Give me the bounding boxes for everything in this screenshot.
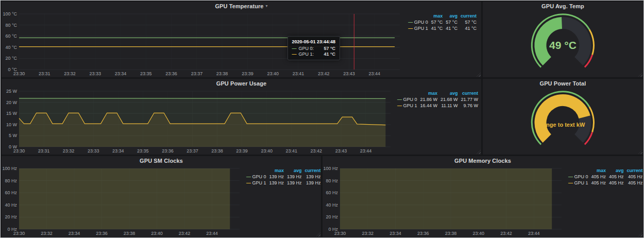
- series-color-dash: —: [397, 103, 402, 108]
- legend-table: maxavgcurrent— GPU 021.86 W21.68 W21.77 …: [396, 90, 480, 109]
- sm-clocks-chart-area[interactable]: 0 Hz20 Hz40 Hz60 Hz80 Hz100 Hz23:3023:32…: [2, 165, 244, 237]
- panel-gpu-memory-clocks: GPU Memory Clocks 0 Hz20 Hz40 Hz60 Hz80 …: [323, 156, 643, 237]
- panel-title[interactable]: GPU Avg. Temp: [541, 3, 584, 9]
- x-tick-label: 23:30: [13, 71, 25, 76]
- legend: maxavgcurrent— GPU 0405 Hz405 Hz405 Hz— …: [566, 165, 643, 237]
- panel-title[interactable]: GPU Power Total: [540, 80, 586, 87]
- legend-max-value: 405 Hz: [590, 180, 608, 186]
- legend-table: maxavgcurrent— GPU 0405 Hz405 Hz405 Hz— …: [567, 167, 643, 186]
- tooltip-row: — GPU 0: 57 °C: [292, 46, 336, 51]
- x-tick-label: 23:30: [13, 148, 25, 154]
- legend-header-max[interactable]: max: [430, 13, 445, 19]
- legend-series-toggle[interactable]: — GPU 0: [245, 174, 268, 180]
- legend-header-current[interactable]: current: [625, 167, 643, 174]
- legend-header-current[interactable]: current: [303, 167, 321, 174]
- panel-title[interactable]: GPU SM Clocks: [140, 158, 183, 164]
- legend-header-avg[interactable]: avg: [444, 13, 459, 19]
- sm-clocks-chart[interactable]: 0 Hz20 Hz40 Hz60 Hz80 Hz100 Hz23:3023:32…: [2, 165, 244, 237]
- memory-clocks-chart[interactable]: 0 Hz20 Hz40 Hz60 Hz80 Hz100 Hz23:3023:32…: [323, 165, 566, 237]
- legend-series-toggle[interactable]: — GPU 1: [245, 180, 268, 186]
- y-tick-label: 60 Hz: [5, 190, 17, 195]
- power-chart-area[interactable]: 0 W5 W10 W15 W20 W25 W23:3023:3123:3223:…: [2, 88, 395, 155]
- panel-gpu-temperature: GPU Temperature ▾ 0 °C20 °C40 °C60 °C80 …: [2, 2, 481, 77]
- series-color-dash: —: [397, 97, 402, 102]
- tooltip-row: — GPU 1: 41 °C: [292, 52, 336, 57]
- legend-avg-value: 57 °C: [444, 19, 459, 25]
- panel-title[interactable]: GPU Memory Clocks: [454, 158, 511, 164]
- temperature-chart-area[interactable]: 0 °C20 °C40 °C60 °C80 °C100 °C23:3023:31…: [2, 10, 404, 77]
- x-tick-label: 23:44: [368, 71, 380, 76]
- y-tick-label: 40 Hz: [5, 202, 17, 208]
- legend-max-value: 16.44 W: [419, 103, 439, 109]
- panel-header[interactable]: GPU SM Clocks: [2, 156, 321, 165]
- series-color-dash: —: [568, 180, 573, 185]
- x-tick-label: 23:42: [318, 71, 330, 76]
- panel-header[interactable]: GPU Memory Clocks: [323, 156, 643, 165]
- tooltip-time: 2020-05-01 23:44:48: [292, 39, 336, 44]
- legend-current-value: 405 Hz: [625, 174, 643, 180]
- x-tick-label: 23:43: [335, 148, 347, 154]
- x-tick-label: 23:39: [242, 71, 253, 76]
- y-tick-label: 80 °C: [5, 23, 17, 28]
- panel-title[interactable]: GPU Power Usage: [216, 80, 266, 87]
- avg-temp-gauge-area: 49 °C: [483, 10, 643, 77]
- legend-current-value: 41 °C: [459, 25, 478, 31]
- legend-header-avg[interactable]: avg: [439, 90, 460, 96]
- legend-header-max[interactable]: max: [590, 167, 608, 174]
- x-tick-label: 23:31: [39, 71, 50, 76]
- legend-series-toggle[interactable]: — GPU 0: [567, 174, 590, 180]
- legend-series-toggle[interactable]: — GPU 1: [406, 25, 430, 31]
- panel-header[interactable]: GPU Temperature ▾: [2, 2, 481, 10]
- legend: maxavgcurrent— GPU 057 °C57 °C57 °C— GPU…: [404, 10, 481, 77]
- x-tick-label: 23:36: [96, 231, 108, 236]
- legend-series-toggle[interactable]: — GPU 0: [396, 96, 419, 103]
- power-chart[interactable]: 0 W5 W10 W15 W20 W25 W23:3023:3123:3223:…: [2, 88, 395, 155]
- series-fill: [340, 168, 552, 229]
- x-tick-label: 23:39: [236, 148, 248, 154]
- x-tick-label: 23:30: [334, 231, 346, 236]
- legend-max-value: 139 Hz: [268, 174, 286, 180]
- legend-series-toggle[interactable]: — GPU 1: [396, 103, 419, 109]
- legend-header-avg[interactable]: avg: [607, 167, 625, 174]
- panel-header[interactable]: GPU Power Usage: [2, 79, 481, 88]
- y-tick-label: 15 W: [6, 111, 18, 116]
- legend-header-max[interactable]: max: [268, 167, 286, 174]
- legend-series-toggle[interactable]: — GPU 0: [406, 19, 430, 25]
- x-tick-label: 23:32: [41, 231, 53, 236]
- x-tick-label: 23:37: [191, 71, 203, 76]
- legend-header-avg[interactable]: avg: [285, 167, 303, 174]
- y-tick-label: 20 °C: [5, 56, 17, 61]
- panel-title[interactable]: GPU Temperature: [215, 3, 263, 9]
- x-tick-label: 23:42: [179, 231, 191, 236]
- gauge-value-text: range to text kW: [541, 122, 585, 128]
- legend-series-toggle[interactable]: — GPU 1: [567, 180, 590, 186]
- panel-header[interactable]: GPU Avg. Temp: [483, 2, 643, 10]
- grafana-dashboard: GPU Temperature ▾ 0 °C20 °C40 °C60 °C80 …: [0, 0, 644, 238]
- legend-header-current[interactable]: current: [459, 13, 478, 19]
- series-line: [19, 98, 385, 99]
- y-tick-label: 10 W: [6, 122, 18, 127]
- x-tick-label: 23:30: [13, 231, 25, 236]
- y-tick-label: 25 W: [6, 89, 18, 94]
- legend-row: — GPU 0405 Hz405 Hz405 Hz: [567, 174, 643, 180]
- legend-avg-value: 41 °C: [444, 25, 459, 31]
- legend-current-value: 405 Hz: [625, 180, 643, 186]
- legend-header-max[interactable]: max: [419, 90, 439, 96]
- legend-header-current[interactable]: current: [460, 90, 480, 96]
- legend-avg-value: 405 Hz: [607, 174, 625, 180]
- x-tick-label: 23:38: [211, 148, 223, 154]
- legend-row: — GPU 1139 Hz139 Hz139 Hz: [245, 180, 321, 186]
- chevron-down-icon[interactable]: ▾: [266, 4, 268, 8]
- x-tick-label: 23:44: [206, 231, 218, 236]
- panel-header[interactable]: GPU Power Total: [483, 79, 643, 88]
- x-tick-label: 23:44: [528, 231, 540, 236]
- legend-row: — GPU 141 °C41 °C41 °C: [406, 25, 478, 31]
- temperature-chart[interactable]: 0 °C20 °C40 °C60 °C80 °C100 °C23:3023:31…: [2, 10, 404, 77]
- memory-clocks-chart-area[interactable]: 0 Hz20 Hz40 Hz60 Hz80 Hz100 Hz23:3023:32…: [323, 165, 566, 237]
- series-color-dash: —: [246, 180, 251, 185]
- x-tick-label: 23:36: [162, 148, 174, 154]
- x-tick-label: 23:42: [500, 231, 512, 236]
- x-tick-label: 23:40: [267, 71, 279, 76]
- panel-gpu-power-total: GPU Power Total range to text kW: [483, 79, 643, 155]
- y-tick-label: 60 °C: [5, 33, 17, 39]
